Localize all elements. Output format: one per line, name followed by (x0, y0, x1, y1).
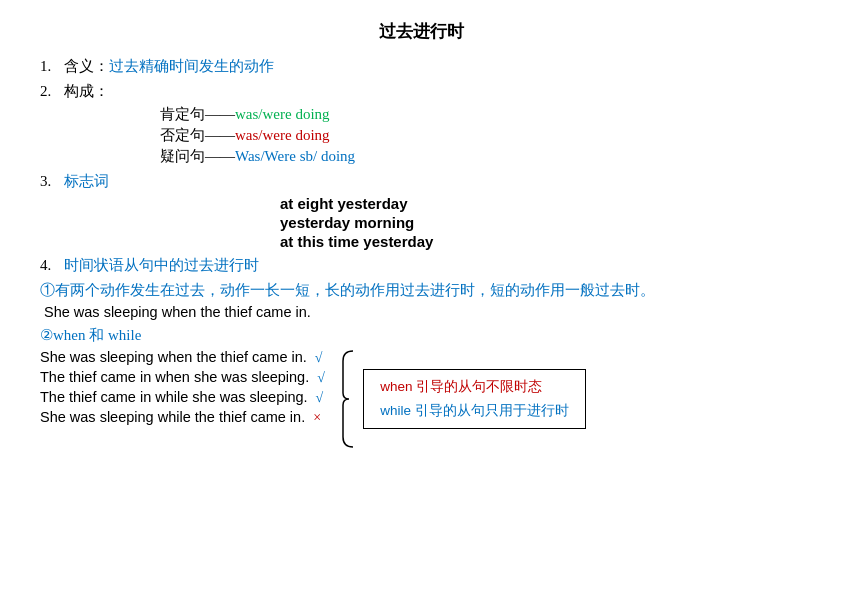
sentence-mark-3: × (313, 410, 329, 426)
note-line-2: while 引导的从句只用于进行时 (380, 402, 569, 420)
sub-rows: 肯定句—— was/were doing 否定句—— was/were doin… (160, 105, 803, 166)
section-2: 2. 构成： 肯定句—— was/were doing 否定句—— was/we… (40, 82, 803, 166)
section-3: 3. 标志词 at eight yesterday yesterday morn… (40, 172, 803, 250)
sub-label-interrogative: 疑问句—— (160, 147, 235, 166)
section-label-2: 构成： (64, 82, 109, 101)
section-label-4: 时间状语从句中的过去进行时 (64, 256, 259, 275)
sentence-mark-0: √ (315, 350, 331, 366)
section-label-3: 标志词 (64, 172, 109, 191)
note-line-1: when 引导的从句不限时态 (380, 378, 569, 396)
sentence-text-3: She was sleeping while the thief came in… (40, 409, 305, 425)
bold-item-1: yesterday morning (280, 214, 803, 231)
sub-value-affirmative: was/were doing (235, 106, 330, 123)
sentence-row-1: The thief came in when she was sleeping.… (40, 369, 333, 387)
sentence-mark-2: √ (316, 390, 332, 406)
sentences-section: She was sleeping when the thief came in.… (40, 349, 803, 449)
section-num-4: 4. (40, 257, 64, 274)
sentence-text-2: The thief came in while she was sleeping… (40, 389, 308, 405)
sentence-row-2: The thief came in while she was sleeping… (40, 389, 333, 407)
note-box: when 引导的从句不限时态 while 引导的从句只用于进行时 (363, 369, 586, 429)
para1-text: ①有两个动作发生在过去，动作一长一短，长的动作用过去进行时，短的动作用一般过去时… (40, 282, 655, 298)
para2: ②when 和 while (40, 326, 803, 345)
sub-row-interrogative: 疑问句—— Was/Were sb/ doing (160, 147, 803, 166)
sub-row-negative: 否定句—— was/were doing (160, 126, 803, 145)
sentence-mark-1: √ (317, 370, 333, 386)
sub-value-negative: was/were doing (235, 127, 330, 144)
sub-label-affirmative: 肯定句—— (160, 105, 235, 124)
bold-item-2: at this time yesterday (280, 233, 803, 250)
sentence-text-0: She was sleeping when the thief came in. (40, 349, 307, 365)
section-num-3: 3. (40, 173, 64, 190)
section-label-1: 含义： (64, 57, 109, 76)
section-num-1: 1. (40, 58, 64, 75)
section-1: 1. 含义： 过去精确时间发生的动作 (40, 57, 803, 76)
sentence-row-0: She was sleeping when the thief came in.… (40, 349, 333, 367)
para2-text: ②when 和 while (40, 327, 141, 343)
sub-label-negative: 否定句—— (160, 126, 235, 145)
brace (339, 349, 357, 449)
para1: ①有两个动作发生在过去，动作一长一短，长的动作用过去进行时，短的动作用一般过去时… (40, 281, 803, 300)
page-title: 过去进行时 (40, 20, 803, 43)
sub-value-interrogative: Was/Were sb/ doing (235, 148, 355, 165)
bold-item-0: at eight yesterday (280, 195, 803, 212)
section-content-1: 过去精确时间发生的动作 (109, 57, 274, 76)
sentence-text-1: The thief came in when she was sleeping. (40, 369, 309, 385)
sub-row-affirmative: 肯定句—— was/were doing (160, 105, 803, 124)
sentences-col: She was sleeping when the thief came in.… (40, 349, 333, 449)
bold-items: at eight yesterday yesterday morning at … (160, 195, 803, 250)
example1: She was sleeping when the thief came in. (44, 304, 803, 320)
section-num-2: 2. (40, 83, 64, 100)
sentence-row-3: She was sleeping while the thief came in… (40, 409, 333, 427)
section-4: 4. 时间状语从句中的过去进行时 (40, 256, 803, 275)
